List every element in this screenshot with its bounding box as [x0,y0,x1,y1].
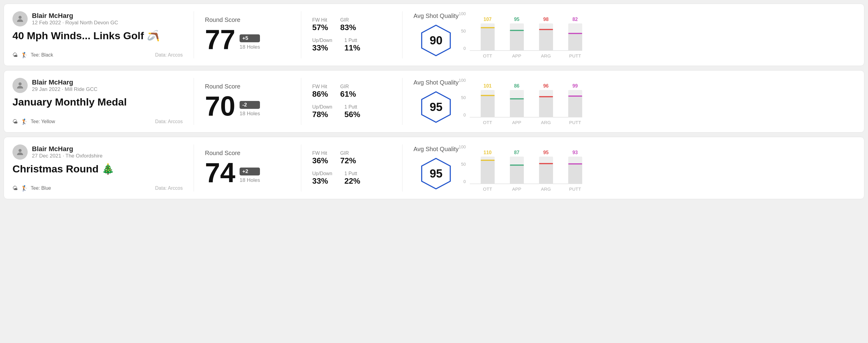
svg-point-0 [19,16,22,19]
score-badge: -2 [240,101,260,109]
chart-label-arg: ARG [539,53,553,58]
stat-oneputt-value: 56% [344,110,360,119]
bar-chart: 100 50 0 110 87 [470,145,856,192]
avatar [12,145,28,160]
bar-fill-ott [480,160,495,184]
bar-fill-ott [480,27,495,51]
footer-row: 🌤 🏌 Tee: Blue Data: Arccos [12,185,183,192]
bar-fill-app [510,98,524,117]
divider-1 [194,11,194,58]
bar-group-putt: 82 [568,17,582,51]
score-detail: +5 18 Holes [240,34,260,53]
bar-group-ott: 110 [480,150,495,184]
divider-1 [194,145,194,192]
score-label: Round Score [205,83,290,90]
round-title: Christmas Round 🎄 [12,163,183,175]
tee-info: 🌤 🏌 Tee: Yellow [12,118,55,125]
bar-wrapper-ott [480,90,495,117]
score-row: 74 +2 18 Holes [205,159,290,186]
chart-bars: 110 87 95 [480,145,582,184]
stat-gir-label: GIR [340,17,356,23]
score-number: 70 [205,92,235,120]
score-section: Round Score 77 +5 18 Holes [205,11,290,58]
score-badge: +2 [240,167,260,176]
bar-group-app: 95 [510,17,524,51]
bar-value-putt: 82 [572,17,578,22]
stat-updown-label: Up/Down [312,104,332,110]
score-row: 77 +5 18 Holes [205,26,290,53]
bar-value-arg: 96 [543,83,549,89]
bar-value-arg: 98 [543,17,549,22]
y-axis: 100 50 0 [459,11,466,51]
left-section: Blair McHarg 27 Dec 2021 · The Oxfordshi… [12,145,183,192]
bar-wrapper-arg [539,90,553,117]
stats-row-bottom: Up/Down 78% 1 Putt 56% [312,104,391,119]
footer-row: 🌤 🏌 Tee: Black Data: Arccos [12,52,183,58]
stat-fw-hit-label: FW Hit [312,151,328,156]
player-name: Blair McHarg [32,79,97,86]
bar-wrapper-putt [568,90,582,117]
bar-group-putt: 99 [568,83,582,117]
stat-gir: GIR 72% [340,151,356,165]
bar-value-ott: 101 [484,83,492,89]
player-name: Blair McHarg [32,12,118,20]
stats-row-bottom: Up/Down 33% 1 Putt 22% [312,171,391,186]
bar-group-arg: 95 [539,150,553,184]
player-header: Blair McHarg 12 Feb 2022 · Royal North D… [12,11,183,27]
score-section: Round Score 74 +2 18 Holes [205,145,290,192]
svg-point-2 [19,83,22,86]
chart-label-app: APP [510,53,524,58]
avatar [12,78,28,93]
stat-oneputt: 1 Putt 56% [344,104,360,119]
chart-label-app: APP [510,120,524,125]
bar-line-app [510,30,524,31]
bag-icon: 🏌 [21,185,28,192]
bar-fill-ott [480,95,495,117]
weather-icon: 🌤 [12,52,18,58]
stat-fw-hit: FW Hit 57% [312,17,328,32]
stats-row-bottom: Up/Down 33% 1 Putt 11% [312,38,391,53]
stat-fw-hit-label: FW Hit [312,17,328,23]
chart-label-putt: PUTT [568,120,582,125]
bar-wrapper-putt [568,157,582,184]
stat-gir-value: 72% [340,156,356,165]
player-header: Blair McHarg 27 Dec 2021 · The Oxfordshi… [12,145,183,160]
stat-updown-value: 33% [312,43,332,53]
chart-label-arg: ARG [539,120,553,125]
stat-updown-value: 33% [312,176,332,186]
weather-icon: 🌤 [12,119,18,125]
bar-wrapper-app [510,23,524,51]
y-label-50: 50 [461,162,466,167]
stat-oneputt: 1 Putt 11% [344,38,360,53]
bar-value-putt: 99 [572,83,578,89]
y-label-0: 0 [463,179,466,184]
stat-updown: Up/Down 78% [312,104,332,119]
bag-icon: 🏌 [21,118,28,125]
user-icon [16,14,25,23]
chart-label-putt: PUTT [568,186,582,192]
score-number: 77 [205,26,235,53]
stat-fw-hit-value: 86% [312,89,328,99]
score-label: Round Score [205,150,290,157]
stat-gir: GIR 83% [340,17,356,32]
bar-fill-arg [539,96,553,117]
bar-chart: 100 50 0 101 86 [470,78,856,125]
y-label-0: 0 [463,46,466,51]
footer-row: 🌤 🏌 Tee: Yellow Data: Arccos [12,118,183,125]
hexagon-score: 95 [430,167,442,180]
y-label-100: 100 [459,145,466,149]
stat-gir-label: GIR [340,151,356,156]
player-info: Blair McHarg 27 Dec 2021 · The Oxfordshi… [32,145,102,159]
player-date: 29 Jan 2022 · Mill Ride GCC [32,86,97,92]
score-detail: -2 18 Holes [240,101,260,120]
bar-group-app: 86 [510,83,524,117]
stat-updown: Up/Down 33% [312,38,332,53]
stat-fw-hit-value: 57% [312,23,328,32]
chart-label-ott: OTT [480,53,495,58]
bar-line-ott [480,27,495,28]
bar-wrapper-arg [539,157,553,184]
stat-oneputt-label: 1 Putt [344,171,360,176]
bar-chart: 100 50 0 107 95 [470,11,856,58]
stats-row-top: FW Hit 57% GIR 83% [312,17,391,32]
bar-value-app: 86 [514,83,520,89]
